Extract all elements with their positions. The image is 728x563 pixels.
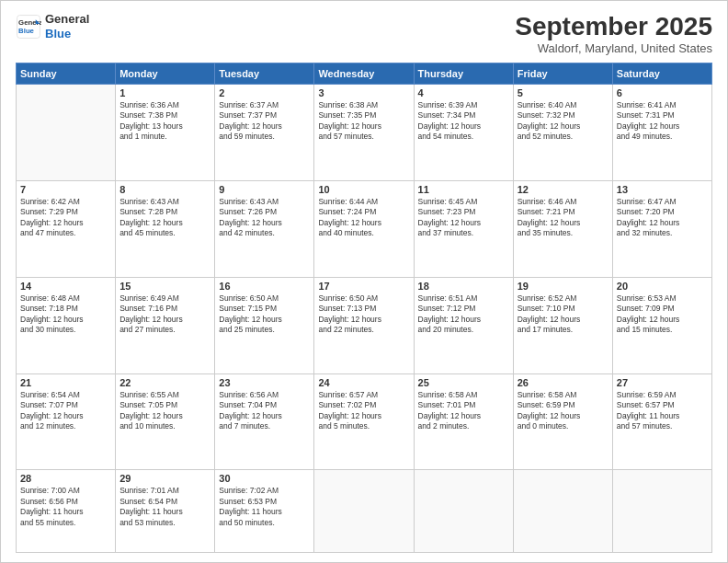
table-row: 18Sunrise: 6:51 AM Sunset: 7:12 PM Dayli…	[414, 277, 513, 373]
table-row: 9Sunrise: 6:43 AM Sunset: 7:26 PM Daylig…	[215, 180, 314, 277]
day-info: Sunrise: 6:52 AM Sunset: 7:10 PM Dayligh…	[518, 293, 609, 336]
day-number: 15	[119, 281, 210, 292]
day-info: Sunrise: 7:01 AM Sunset: 6:54 PM Dayligh…	[119, 486, 210, 528]
day-number: 18	[418, 281, 509, 292]
table-row: 5Sunrise: 6:40 AM Sunset: 7:32 PM Daylig…	[513, 85, 612, 181]
day-number: 17	[318, 281, 409, 292]
day-info: Sunrise: 6:49 AM Sunset: 7:16 PM Dayligh…	[119, 293, 210, 336]
day-number: 5	[518, 87, 609, 98]
table-row: 17Sunrise: 6:50 AM Sunset: 7:13 PM Dayli…	[314, 277, 414, 373]
logo-icon: General Blue	[16, 14, 41, 40]
table-row: 14Sunrise: 6:48 AM Sunset: 7:18 PM Dayli…	[17, 277, 116, 373]
table-row: 24Sunrise: 6:57 AM Sunset: 7:02 PM Dayli…	[314, 373, 414, 470]
table-row: 25Sunrise: 6:58 AM Sunset: 7:01 PM Dayli…	[414, 373, 513, 470]
col-tuesday: Tuesday	[215, 63, 314, 85]
table-row: 29Sunrise: 7:01 AM Sunset: 6:54 PM Dayli…	[116, 470, 215, 553]
day-number: 29	[119, 473, 210, 484]
table-row: 23Sunrise: 6:56 AM Sunset: 7:04 PM Dayli…	[215, 373, 314, 470]
calendar-table: Sunday Monday Tuesday Wednesday Thursday…	[16, 63, 712, 553]
table-row: 4Sunrise: 6:39 AM Sunset: 7:34 PM Daylig…	[414, 85, 513, 181]
col-monday: Monday	[116, 63, 215, 85]
day-number: 27	[617, 377, 708, 388]
day-info: Sunrise: 6:51 AM Sunset: 7:12 PM Dayligh…	[418, 293, 509, 336]
day-info: Sunrise: 6:43 AM Sunset: 7:26 PM Dayligh…	[219, 197, 310, 239]
table-row: 22Sunrise: 6:55 AM Sunset: 7:05 PM Dayli…	[116, 373, 215, 470]
day-number: 13	[617, 184, 708, 195]
day-info: Sunrise: 6:42 AM Sunset: 7:29 PM Dayligh…	[20, 197, 111, 239]
day-number: 1	[119, 87, 210, 98]
calendar-header-row: Sunday Monday Tuesday Wednesday Thursday…	[17, 63, 712, 85]
table-row: 11Sunrise: 6:45 AM Sunset: 7:23 PM Dayli…	[414, 180, 513, 277]
day-number: 25	[418, 377, 509, 388]
day-number: 4	[418, 87, 509, 98]
day-info: Sunrise: 6:58 AM Sunset: 7:01 PM Dayligh…	[418, 390, 509, 432]
day-info: Sunrise: 6:36 AM Sunset: 7:38 PM Dayligh…	[119, 100, 210, 143]
day-number: 23	[219, 377, 310, 388]
table-row	[414, 470, 513, 553]
table-row: 20Sunrise: 6:53 AM Sunset: 7:09 PM Dayli…	[612, 277, 711, 373]
day-info: Sunrise: 6:50 AM Sunset: 7:15 PM Dayligh…	[219, 293, 310, 336]
table-row: 27Sunrise: 6:59 AM Sunset: 6:57 PM Dayli…	[612, 373, 711, 470]
day-info: Sunrise: 6:47 AM Sunset: 7:20 PM Dayligh…	[617, 197, 708, 239]
day-number: 8	[119, 184, 210, 195]
day-info: Sunrise: 6:39 AM Sunset: 7:34 PM Dayligh…	[418, 100, 509, 143]
table-row: 15Sunrise: 6:49 AM Sunset: 7:16 PM Dayli…	[116, 277, 215, 373]
col-thursday: Thursday	[414, 63, 513, 85]
table-row	[513, 470, 612, 553]
table-row: 1Sunrise: 6:36 AM Sunset: 7:38 PM Daylig…	[116, 85, 215, 181]
title-block: September 2025 Waldorf, Maryland, United…	[515, 12, 712, 55]
table-row: 2Sunrise: 6:37 AM Sunset: 7:37 PM Daylig…	[215, 85, 314, 181]
day-number: 14	[20, 281, 111, 292]
day-number: 2	[219, 87, 310, 98]
day-info: Sunrise: 6:58 AM Sunset: 6:59 PM Dayligh…	[518, 390, 609, 432]
table-row: 26Sunrise: 6:58 AM Sunset: 6:59 PM Dayli…	[513, 373, 612, 470]
day-number: 9	[219, 184, 310, 195]
day-number: 28	[20, 473, 111, 484]
table-row: 3Sunrise: 6:38 AM Sunset: 7:35 PM Daylig…	[314, 85, 414, 181]
day-number: 11	[418, 184, 509, 195]
day-info: Sunrise: 6:57 AM Sunset: 7:02 PM Dayligh…	[318, 390, 409, 432]
day-info: Sunrise: 6:43 AM Sunset: 7:28 PM Dayligh…	[119, 197, 210, 239]
day-number: 26	[518, 377, 609, 388]
day-info: Sunrise: 6:53 AM Sunset: 7:09 PM Dayligh…	[617, 293, 708, 336]
table-row: 7Sunrise: 6:42 AM Sunset: 7:29 PM Daylig…	[17, 180, 116, 277]
table-row: 8Sunrise: 6:43 AM Sunset: 7:28 PM Daylig…	[116, 180, 215, 277]
logo: General Blue GeneralBlue	[16, 12, 89, 40]
day-info: Sunrise: 6:56 AM Sunset: 7:04 PM Dayligh…	[219, 390, 310, 432]
logo-text: GeneralBlue	[45, 12, 89, 40]
day-number: 6	[617, 87, 708, 98]
day-number: 22	[119, 377, 210, 388]
day-info: Sunrise: 6:37 AM Sunset: 7:37 PM Dayligh…	[219, 100, 310, 143]
day-number: 3	[318, 87, 409, 98]
day-number: 7	[20, 184, 111, 195]
day-info: Sunrise: 6:59 AM Sunset: 6:57 PM Dayligh…	[617, 390, 708, 432]
day-info: Sunrise: 6:40 AM Sunset: 7:32 PM Dayligh…	[518, 100, 609, 143]
day-info: Sunrise: 6:50 AM Sunset: 7:13 PM Dayligh…	[318, 293, 409, 336]
table-row	[314, 470, 414, 553]
col-friday: Friday	[513, 63, 612, 85]
day-number: 19	[518, 281, 609, 292]
svg-text:Blue: Blue	[18, 27, 35, 35]
day-number: 10	[318, 184, 409, 195]
table-row: 19Sunrise: 6:52 AM Sunset: 7:10 PM Dayli…	[513, 277, 612, 373]
table-row: 13Sunrise: 6:47 AM Sunset: 7:20 PM Dayli…	[612, 180, 711, 277]
day-number: 20	[617, 281, 708, 292]
table-row: 16Sunrise: 6:50 AM Sunset: 7:15 PM Dayli…	[215, 277, 314, 373]
month-title: September 2025	[515, 12, 712, 41]
day-info: Sunrise: 6:41 AM Sunset: 7:31 PM Dayligh…	[617, 100, 708, 143]
day-info: Sunrise: 6:45 AM Sunset: 7:23 PM Dayligh…	[418, 197, 509, 239]
col-sunday: Sunday	[17, 63, 116, 85]
day-info: Sunrise: 6:55 AM Sunset: 7:05 PM Dayligh…	[119, 390, 210, 432]
col-saturday: Saturday	[612, 63, 711, 85]
col-wednesday: Wednesday	[314, 63, 414, 85]
day-number: 24	[318, 377, 409, 388]
day-info: Sunrise: 6:54 AM Sunset: 7:07 PM Dayligh…	[20, 390, 111, 432]
table-row: 30Sunrise: 7:02 AM Sunset: 6:53 PM Dayli…	[215, 470, 314, 553]
day-info: Sunrise: 6:44 AM Sunset: 7:24 PM Dayligh…	[318, 197, 409, 239]
day-info: Sunrise: 6:38 AM Sunset: 7:35 PM Dayligh…	[318, 100, 409, 143]
day-number: 12	[518, 184, 609, 195]
table-row	[612, 470, 711, 553]
day-info: Sunrise: 6:48 AM Sunset: 7:18 PM Dayligh…	[20, 293, 111, 336]
day-number: 16	[219, 281, 310, 292]
subtitle: Waldorf, Maryland, United States	[515, 41, 712, 55]
